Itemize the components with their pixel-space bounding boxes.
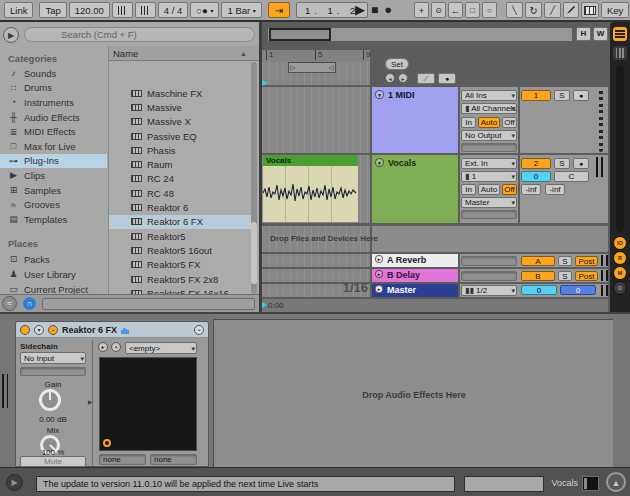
- loop-button[interactable]: ↻: [525, 2, 542, 18]
- return-b-device-box[interactable]: [461, 271, 517, 281]
- session-view-toggle[interactable]: [613, 46, 627, 60]
- monitor-auto-button[interactable]: Auto: [478, 117, 500, 128]
- return-header-a-reverb[interactable]: ▸A Reverb: [372, 254, 458, 267]
- plugin-edit-icon[interactable]: ⌁: [194, 325, 204, 335]
- pre-post-toggle[interactable]: Post: [575, 256, 598, 266]
- show-returns-toggle[interactable]: R: [613, 251, 627, 265]
- nudge-up-button[interactable]: [135, 2, 156, 18]
- show-mixer-toggle[interactable]: M: [613, 266, 627, 280]
- monitor-off-button[interactable]: Off: [502, 117, 517, 128]
- sidebar-item-midi-effects[interactable]: ≣MIDI Effects: [0, 124, 107, 139]
- capture-midi-button[interactable]: ○: [482, 2, 497, 18]
- sort-ascending-icon[interactable]: ▲: [240, 50, 247, 57]
- preview-headphone-icon[interactable]: ∩: [23, 297, 36, 310]
- list-item[interactable]: RC 48: [109, 186, 252, 200]
- input-channel-chooser[interactable]: ▮ 1: [461, 171, 517, 182]
- tap-tempo-button[interactable]: Tap: [39, 2, 66, 18]
- beat-time-ruler[interactable]: 1 5 9: [262, 50, 370, 62]
- sidechain-channel-box[interactable]: [20, 367, 86, 376]
- loop-start-marker[interactable]: ▷: [290, 64, 295, 72]
- vocals-audio-clip[interactable]: Vocals: [263, 155, 358, 222]
- cue-out-chooser[interactable]: ▮▮ 1/2: [461, 285, 517, 296]
- show-io-toggle[interactable]: IO: [613, 236, 627, 250]
- mute-button[interactable]: Mute: [20, 456, 86, 467]
- monitor-auto-button[interactable]: Auto: [478, 184, 500, 195]
- list-item[interactable]: Reaktor5: [109, 229, 252, 243]
- time-signature-field[interactable]: 4 / 4: [158, 2, 189, 18]
- loop-end-marker[interactable]: ◁: [329, 64, 334, 72]
- automation-mode-button[interactable]: ⟋: [417, 73, 435, 84]
- set-locator-button[interactable]: Set: [385, 58, 409, 70]
- preset-save-icon[interactable]: ▪: [111, 342, 121, 352]
- preview-bar[interactable]: [42, 298, 255, 310]
- device-activator[interactable]: [20, 325, 30, 335]
- master-pan[interactable]: 0: [560, 285, 596, 295]
- return-a-activator[interactable]: A: [521, 256, 555, 266]
- device-title-bar[interactable]: ▾ • Reaktor 6 FX ⌁: [16, 322, 208, 338]
- browser-collapse-button[interactable]: ▶: [3, 27, 19, 43]
- status-play-icon[interactable]: ▶: [6, 474, 23, 491]
- monitor-in-button[interactable]: In: [461, 117, 476, 128]
- back-to-arrangement-button[interactable]: ←: [448, 2, 463, 18]
- return-a-device-box[interactable]: [461, 256, 517, 266]
- sidebar-item-max-for-live[interactable]: □Max for Live: [0, 139, 107, 154]
- overdub-button[interactable]: ⊙: [431, 2, 446, 18]
- list-item[interactable]: Maschine FX: [109, 86, 252, 100]
- list-item[interactable]: Phasis: [109, 143, 252, 157]
- return-header-b-delay[interactable]: ▸B Delay: [372, 269, 458, 282]
- metronome-button[interactable]: ○● ▾: [190, 2, 219, 18]
- arrangement-overview[interactable]: [267, 27, 573, 42]
- list-item[interactable]: Reaktor5 16out: [109, 243, 252, 257]
- send-a-level[interactable]: -inf: [521, 184, 541, 195]
- list-item[interactable]: Massive: [109, 100, 252, 114]
- preset-chooser[interactable]: <empty>: [125, 342, 197, 354]
- monitor-off-button[interactable]: Off: [502, 184, 517, 195]
- solo-button[interactable]: S: [554, 158, 570, 169]
- link-button[interactable]: Link: [4, 2, 33, 18]
- sidebar-item-grooves[interactable]: ≈Grooves: [0, 197, 107, 212]
- record-button[interactable]: ●: [381, 2, 395, 17]
- sidebar-item-samples[interactable]: ⊞Samples: [0, 183, 107, 198]
- return-a-lane[interactable]: [262, 254, 370, 267]
- gain-knob[interactable]: [39, 389, 61, 411]
- scrollbar-thumb[interactable]: [251, 222, 257, 284]
- pre-post-toggle[interactable]: Post: [575, 271, 598, 281]
- fold-track-icon[interactable]: ▸: [375, 270, 383, 278]
- list-item[interactable]: Reaktor5 FX: [109, 258, 252, 272]
- list-scrollbar[interactable]: [251, 62, 257, 294]
- current-track-mini-display[interactable]: [582, 476, 599, 491]
- master-track-header[interactable]: ▸Master: [372, 284, 458, 297]
- midi-track-lane[interactable]: [262, 87, 370, 153]
- list-item-selected[interactable]: Reaktor 6 FX: [109, 215, 252, 229]
- param-slot-1[interactable]: none: [99, 454, 146, 465]
- output-type-chooser[interactable]: No Output: [461, 130, 517, 141]
- list-item[interactable]: Raum: [109, 158, 252, 172]
- sidebar-item-templates[interactable]: ▤Templates: [0, 212, 107, 227]
- preset-load-icon[interactable]: ▸: [98, 342, 108, 352]
- session-record-button[interactable]: □: [465, 2, 480, 18]
- solo-button[interactable]: S: [558, 271, 572, 281]
- param-slot-2[interactable]: none: [150, 454, 197, 465]
- output-channel-box[interactable]: [461, 210, 517, 219]
- groove-pool-button[interactable]: ≈: [2, 296, 17, 311]
- lock-envelopes-button[interactable]: ●: [438, 73, 456, 84]
- plugin-knob-icon[interactable]: [103, 439, 111, 447]
- punch-in-button[interactable]: ╲: [506, 2, 523, 18]
- key-map-button[interactable]: Key: [601, 2, 629, 18]
- quantization-menu[interactable]: 1 Bar ▾: [221, 2, 261, 18]
- sidebar-item-plug-ins[interactable]: ⊶Plug-Ins: [0, 154, 107, 169]
- output-type-chooser[interactable]: Master: [461, 197, 517, 208]
- input-type-chooser[interactable]: All Ins: [461, 90, 517, 101]
- expand-arrow-icon[interactable]: ▶: [88, 398, 93, 405]
- arm-button[interactable]: ●: [573, 90, 589, 101]
- loop-brace[interactable]: ▷ ◁: [288, 62, 336, 73]
- list-item[interactable]: Reaktor5 FX 2x8: [109, 272, 252, 286]
- show-delay-toggle[interactable]: D: [613, 281, 627, 295]
- punch-out-button[interactable]: ╱: [544, 2, 561, 18]
- draw-mode-button[interactable]: [563, 2, 579, 18]
- list-item[interactable]: Passive EQ: [109, 129, 252, 143]
- vertical-scrollbar[interactable]: [616, 66, 624, 232]
- fold-track-icon[interactable]: ▾: [375, 90, 384, 99]
- sidebar-item-user-library[interactable]: ♟User Library: [0, 267, 107, 282]
- sidebar-item-drums[interactable]: ∷Drums: [0, 81, 107, 96]
